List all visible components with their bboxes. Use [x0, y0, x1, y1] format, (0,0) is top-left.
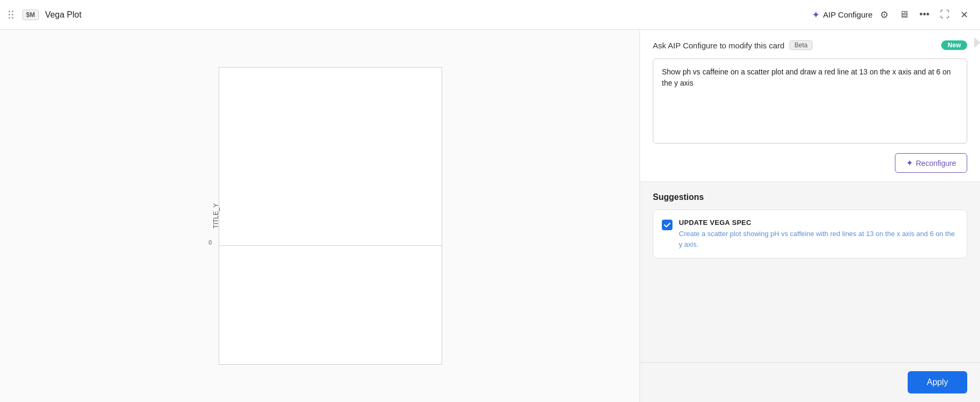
- ellipsis-icon: •••: [919, 9, 929, 20]
- page-title: Vega Plot: [45, 10, 82, 20]
- apply-row: Apply: [640, 362, 980, 402]
- expand-button[interactable]: ⛶: [937, 7, 953, 22]
- close-icon: ✕: [960, 10, 968, 20]
- chart-zero-label: 0: [209, 239, 212, 246]
- checkmark-icon: [663, 221, 671, 229]
- suggestion-card: UPDATE VEGA SPEC Create a scatter plot s…: [653, 210, 967, 258]
- ask-aip-label: Ask AIP Configure to modify this card: [653, 41, 784, 50]
- suggestion-checkbox[interactable]: [662, 220, 672, 230]
- aip-configure-label: AIP Configure: [823, 10, 873, 19]
- module-badge: $M: [22, 10, 39, 20]
- gear-icon: ⚙: [880, 10, 888, 20]
- panel-arrow: [974, 37, 980, 48]
- top-bar: $M Vega Plot ✦ AIP Configure ⚙ 🖥 ••• ⛶ ✕: [0, 0, 980, 30]
- new-badge: New: [941, 40, 967, 50]
- sparkle-icon: ✦: [812, 9, 820, 21]
- more-button[interactable]: •••: [916, 7, 933, 22]
- chart-area: TITLE_Y 0: [0, 30, 640, 402]
- aip-header-row: Ask AIP Configure to modify this card Be…: [653, 40, 967, 50]
- beta-badge: Beta: [790, 40, 812, 50]
- apply-button[interactable]: Apply: [908, 371, 967, 393]
- suggestions-title: Suggestions: [653, 192, 967, 202]
- monitor-button[interactable]: 🖥: [896, 7, 912, 22]
- top-bar-actions: ✦ AIP Configure ⚙ 🖥 ••• ⛶ ✕: [812, 7, 971, 23]
- main-content: TITLE_Y 0 Ask AIP Configure to modify th…: [0, 30, 980, 402]
- suggestion-action: UPDATE VEGA SPEC: [679, 219, 958, 227]
- suggestions-section: Suggestions UPDATE VEGA SPEC Create a sc…: [640, 182, 980, 362]
- chart-y-label: TITLE_Y: [212, 203, 220, 228]
- aip-header: Ask AIP Configure to modify this card Be…: [640, 30, 980, 182]
- chart-zero-line: [219, 245, 442, 246]
- reconfigure-row: ✦ ✦ Reconfigure Reconfigure: [653, 153, 967, 173]
- monitor-icon: 🖥: [899, 9, 909, 20]
- aip-configure-header-btn[interactable]: ✦ AIP Configure: [812, 9, 873, 21]
- reconfigure-button[interactable]: ✦ ✦ Reconfigure Reconfigure: [895, 153, 968, 173]
- chart-box: TITLE_Y 0: [219, 67, 442, 365]
- reconfigure-sparkle-icon: ✦: [906, 158, 913, 168]
- settings-button[interactable]: ⚙: [877, 7, 892, 23]
- aip-prompt-textarea[interactable]: [653, 58, 967, 144]
- expand-icon: ⛶: [940, 9, 950, 20]
- close-button[interactable]: ✕: [957, 7, 971, 23]
- aip-panel: Ask AIP Configure to modify this card Be…: [640, 30, 980, 402]
- suggestion-content: UPDATE VEGA SPEC Create a scatter plot s…: [679, 219, 958, 249]
- drag-handle[interactable]: [9, 11, 16, 19]
- suggestion-description: Create a scatter plot showing pH vs caff…: [679, 229, 958, 249]
